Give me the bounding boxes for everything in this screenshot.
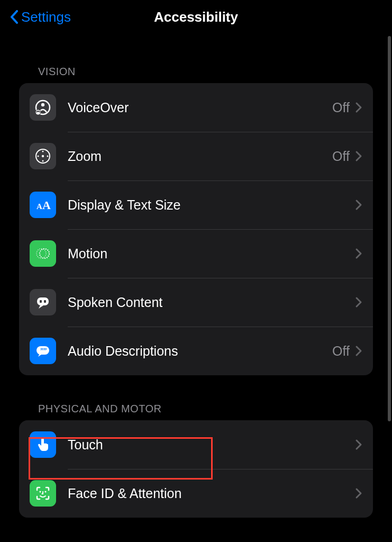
voiceover-icon bbox=[30, 94, 56, 121]
svg-rect-16 bbox=[44, 300, 46, 303]
chevron-right-icon bbox=[355, 199, 362, 211]
chevron-right-icon bbox=[355, 102, 362, 113]
svg-text:”: ” bbox=[43, 346, 47, 354]
row-value: Off bbox=[332, 149, 350, 164]
svg-rect-14 bbox=[37, 297, 49, 305]
row-value: Off bbox=[332, 344, 350, 359]
nav-header: Settings Accessibility bbox=[0, 0, 392, 34]
row-value: Off bbox=[332, 100, 350, 115]
content-scroll[interactable]: VISION VoiceOver Off bbox=[0, 66, 392, 518]
row-spoken-content[interactable]: Spoken Content bbox=[19, 278, 373, 327]
svg-point-6 bbox=[42, 151, 44, 152]
svg-point-21 bbox=[44, 491, 46, 492]
textsize-icon: A A bbox=[30, 192, 56, 218]
svg-point-1 bbox=[41, 103, 44, 106]
back-label: Settings bbox=[21, 9, 71, 25]
row-faceid-attention[interactable]: Face ID & Attention bbox=[19, 469, 373, 518]
chevron-left-icon bbox=[10, 10, 19, 24]
svg-point-8 bbox=[38, 156, 39, 157]
spoken-icon bbox=[30, 289, 56, 315]
row-label: Face ID & Attention bbox=[68, 486, 355, 501]
row-voiceover[interactable]: VoiceOver Off bbox=[19, 83, 373, 132]
row-label: Audio Descriptions bbox=[68, 344, 332, 359]
chevron-right-icon bbox=[355, 248, 362, 259]
touch-icon bbox=[30, 431, 56, 458]
section-physical: Touch Face ID & Attention bbox=[19, 420, 373, 518]
chevron-right-icon bbox=[355, 345, 362, 357]
chevron-right-icon bbox=[355, 296, 362, 308]
row-zoom[interactable]: Zoom Off bbox=[19, 132, 373, 180]
row-motion[interactable]: Motion bbox=[19, 229, 373, 278]
back-button[interactable]: Settings bbox=[10, 9, 71, 25]
section-vision: VoiceOver Off Zoom Off bbox=[19, 83, 373, 375]
svg-text:A: A bbox=[37, 202, 42, 211]
faceid-icon bbox=[30, 480, 56, 507]
row-label: Display & Text Size bbox=[68, 197, 355, 213]
svg-text:A: A bbox=[42, 198, 51, 212]
row-touch[interactable]: Touch bbox=[19, 420, 373, 469]
section-header-vision: VISION bbox=[19, 66, 373, 83]
chevron-right-icon bbox=[355, 150, 362, 162]
svg-point-20 bbox=[39, 491, 41, 492]
svg-point-9 bbox=[47, 156, 49, 157]
chevron-right-icon bbox=[355, 439, 362, 450]
row-audio-descriptions[interactable]: ” ” Audio Descriptions Off bbox=[19, 327, 373, 375]
row-display-text-size[interactable]: A A Display & Text Size bbox=[19, 180, 373, 229]
row-label: Zoom bbox=[68, 149, 332, 164]
row-label: Touch bbox=[68, 437, 355, 453]
row-label: Spoken Content bbox=[68, 295, 355, 310]
section-header-physical: PHYSICAL AND MOTOR bbox=[19, 403, 373, 420]
page-title: Accessibility bbox=[154, 9, 238, 25]
svg-point-3 bbox=[36, 110, 41, 115]
chevron-right-icon bbox=[355, 487, 362, 499]
row-label: Motion bbox=[68, 246, 355, 261]
svg-point-5 bbox=[42, 155, 44, 157]
motion-icon bbox=[30, 240, 56, 267]
row-label: VoiceOver bbox=[68, 100, 332, 115]
zoom-icon bbox=[30, 143, 56, 169]
scrollbar[interactable] bbox=[388, 36, 391, 421]
svg-rect-15 bbox=[40, 300, 42, 303]
svg-point-7 bbox=[42, 160, 44, 162]
audiodesc-icon: ” ” bbox=[30, 338, 56, 364]
